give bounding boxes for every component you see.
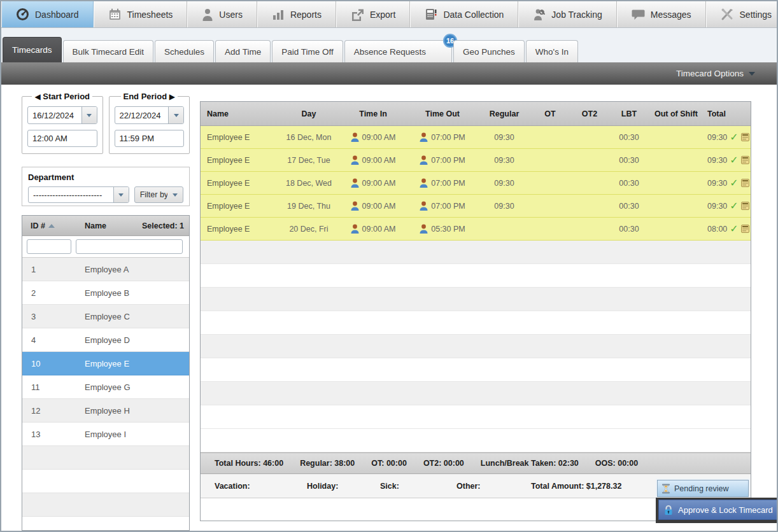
timecard-row[interactable]: Employee E 20 Dec, Fri 09:00 AM 05:30 PM… xyxy=(201,218,751,241)
notes-icon[interactable] xyxy=(741,179,749,187)
timecard-row[interactable]: Employee E 19 Dec, Thu 09:00 AM 07:00 PM… xyxy=(201,195,751,218)
timecard-row[interactable]: Employee E 18 Dec, Wed 09:00 AM 07:00 PM… xyxy=(201,172,751,195)
chevron-down-icon xyxy=(118,193,124,197)
next-period-icon[interactable]: ▶ xyxy=(169,92,175,101)
sort-by-id-header[interactable]: ID # xyxy=(22,221,76,230)
punch-person-icon[interactable] xyxy=(420,224,428,234)
nav-label: Settings xyxy=(740,10,772,20)
id-filter-input[interactable] xyxy=(27,239,71,254)
nav-item-data-collection[interactable]: Data Collection xyxy=(410,1,518,27)
notes-icon[interactable] xyxy=(741,225,749,233)
col-name: Name xyxy=(201,109,278,118)
gauge-icon xyxy=(16,8,29,21)
punch-person-icon[interactable] xyxy=(420,201,428,211)
nav-label: Timesheets xyxy=(127,10,173,20)
employee-name: Employee D xyxy=(76,335,189,345)
tab-bulk-timecard-edit[interactable]: Bulk Timecard Edit xyxy=(63,40,154,62)
approved-check-icon[interactable]: ✓ xyxy=(730,201,738,211)
pending-review-label: Pending review xyxy=(674,484,728,493)
cell-lbt: 00:30 xyxy=(609,202,649,211)
chevron-down-icon xyxy=(87,114,92,117)
notes-icon[interactable] xyxy=(741,156,749,164)
punch-person-icon[interactable] xyxy=(351,155,359,165)
notes-icon[interactable] xyxy=(741,133,749,141)
start-date-select[interactable]: 16/12/2024 xyxy=(27,106,97,124)
tab-add-time[interactable]: Add Time xyxy=(215,40,271,62)
tab-schedules[interactable]: Schedules xyxy=(155,40,214,62)
notes-icon[interactable] xyxy=(741,202,749,210)
previous-period-icon[interactable]: ◀ xyxy=(34,92,40,101)
chevron-down-icon xyxy=(749,72,755,76)
export-arrow-icon xyxy=(351,8,364,21)
end-period-label: End Period xyxy=(124,92,167,101)
employee-row[interactable]: 1Employee A xyxy=(22,258,189,281)
department-label: Department xyxy=(28,172,183,182)
end-date-select[interactable]: 22/12/2024 xyxy=(115,106,185,124)
dropdown-arrow-button[interactable] xyxy=(168,107,183,123)
punch-person-icon[interactable] xyxy=(420,178,428,188)
nav-item-users[interactable]: Users xyxy=(187,1,257,27)
totals-summary-bar: Total Hours: 46:00 Regular: 38:00 OT: 00… xyxy=(201,452,751,474)
employee-row[interactable]: 11Employee G xyxy=(22,375,189,399)
punch-person-icon[interactable] xyxy=(351,224,359,234)
cell-time-in: 09:00 AM xyxy=(362,179,396,188)
tab-paid-time-off[interactable]: Paid Time Off xyxy=(272,40,343,62)
cell-time-out: 07:00 PM xyxy=(431,202,465,211)
tab-whos-in[interactable]: Who's In xyxy=(526,40,578,62)
employee-id: 2 xyxy=(22,288,76,298)
dropdown-arrow-button[interactable] xyxy=(81,107,97,123)
timecard-row[interactable]: Employee E 16 Dec, Mon 09:00 AM 07:00 PM… xyxy=(201,126,751,149)
name-filter-input[interactable] xyxy=(76,239,183,254)
nav-item-messages[interactable]: Messages xyxy=(617,1,706,27)
approved-check-icon[interactable]: ✓ xyxy=(730,178,738,188)
dropdown-arrow-button[interactable] xyxy=(167,187,183,202)
employee-row[interactable]: 13Employee I xyxy=(22,423,189,446)
tab-label: Absence Requests xyxy=(354,47,426,57)
tab-timecards[interactable]: Timecards xyxy=(3,37,62,62)
employee-row[interactable]: 2Employee B xyxy=(22,281,189,305)
dropdown-arrow-button[interactable] xyxy=(113,187,129,202)
timecard-row[interactable]: Employee E 17 Dec, Tue 09:00 AM 07:00 PM… xyxy=(201,149,751,172)
speech-bubble-icon xyxy=(632,8,645,20)
tab-geo-punches[interactable]: Geo Punches xyxy=(453,40,525,62)
employee-name: Employee H xyxy=(76,406,189,416)
approved-check-icon[interactable]: ✓ xyxy=(730,224,738,234)
start-time-input[interactable]: 12:00 AM xyxy=(27,130,97,147)
approved-check-icon[interactable]: ✓ xyxy=(730,132,738,143)
employee-row-selected[interactable]: 10Employee E xyxy=(22,352,189,375)
nav-item-dashboard[interactable]: Dashboard xyxy=(1,1,94,27)
cell-day: 19 Dec, Thu xyxy=(278,202,339,211)
cell-lbt: 00:30 xyxy=(609,179,649,188)
end-time-input[interactable]: 11:59 PM xyxy=(115,130,185,147)
nav-item-job-tracking[interactable]: Job Tracking xyxy=(518,1,616,27)
filter-by-select[interactable]: Filter by xyxy=(134,186,183,203)
terminal-icon xyxy=(425,8,437,21)
punch-person-icon[interactable] xyxy=(351,132,359,142)
employee-list-panel: ID # Name Selected: 1 1Employee A 2Emplo… xyxy=(22,215,190,531)
timecard-options-menu[interactable]: Timecard Options xyxy=(676,69,755,78)
nav-item-settings[interactable]: Settings xyxy=(706,1,778,27)
nav-item-export[interactable]: Export xyxy=(336,1,410,27)
department-panel: Department ------------------------- Fil… xyxy=(22,167,190,206)
cell-regular: 09:30 xyxy=(478,179,530,188)
cell-time-out: 07:00 PM xyxy=(431,179,465,188)
nav-item-reports[interactable]: Reports xyxy=(257,1,336,27)
employee-row[interactable]: 4Employee D xyxy=(22,328,189,352)
department-select[interactable]: ------------------------- xyxy=(28,186,129,203)
punch-person-icon[interactable] xyxy=(420,132,428,142)
approved-check-icon[interactable]: ✓ xyxy=(730,155,738,165)
pending-review-status-button[interactable]: Pending review xyxy=(657,480,749,497)
cell-name: Employee E xyxy=(201,179,278,188)
approve-lock-timecard-button[interactable]: Approve & Lock Timecard xyxy=(658,500,778,520)
punch-person-icon[interactable] xyxy=(351,178,359,188)
employee-row[interactable]: 3Employee C xyxy=(22,305,189,328)
employee-row[interactable]: 12Employee H xyxy=(22,399,189,423)
cell-total: 09:30 xyxy=(707,202,727,211)
employee-name: Employee E xyxy=(76,359,189,368)
punch-person-icon[interactable] xyxy=(351,201,359,211)
cell-day: 20 Dec, Fri xyxy=(278,225,339,234)
employee-row-empty xyxy=(22,446,189,470)
punch-person-icon[interactable] xyxy=(420,155,428,165)
tab-absence-requests[interactable]: Absence Requests 16 xyxy=(344,40,452,62)
nav-item-timesheets[interactable]: Timesheets xyxy=(94,1,188,27)
